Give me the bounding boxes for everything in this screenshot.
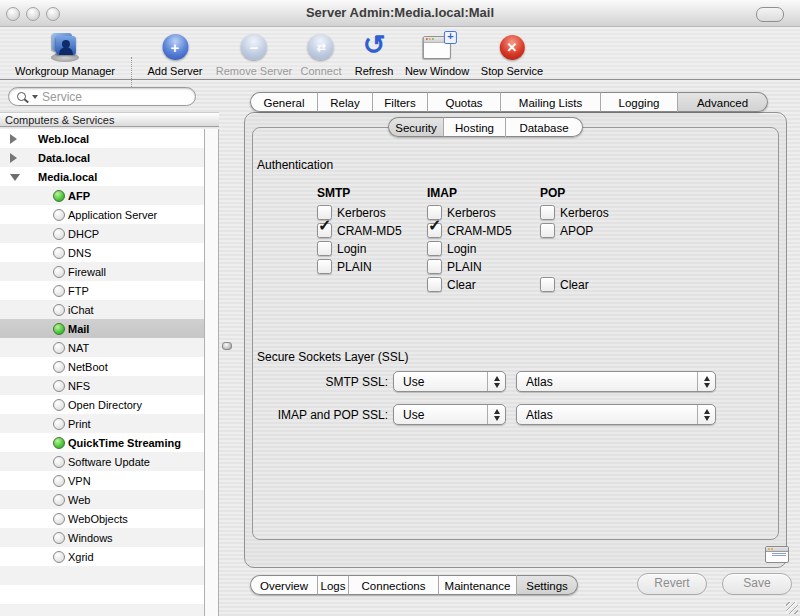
checkbox-unchecked-icon[interactable] bbox=[427, 259, 442, 274]
tab-relay[interactable]: Relay bbox=[317, 92, 372, 112]
service-row-application-server[interactable]: Application Server bbox=[0, 205, 204, 224]
ssl-certificate-popup-1[interactable]: Atlas bbox=[516, 404, 716, 425]
segment-overview[interactable]: Overview bbox=[250, 575, 317, 595]
checkbox-label: Login bbox=[337, 242, 366, 256]
checkbox-pop-apop[interactable]: APOP bbox=[540, 223, 593, 238]
segment-settings[interactable]: Settings bbox=[516, 575, 578, 595]
tab-logging[interactable]: Logging bbox=[600, 92, 677, 112]
toolbar-label: Connect bbox=[301, 65, 342, 77]
tab-mailing-lists[interactable]: Mailing Lists bbox=[500, 92, 600, 112]
service-row-vpn[interactable]: VPN bbox=[0, 471, 204, 490]
segment-connections[interactable]: Connections bbox=[348, 575, 438, 595]
save-button[interactable]: Save bbox=[722, 573, 792, 595]
service-row-firewall[interactable]: Firewall bbox=[0, 262, 204, 281]
checkbox-imap-plain[interactable]: PLAIN bbox=[427, 259, 482, 274]
status-running-icon bbox=[53, 323, 65, 335]
checkbox-unchecked-icon[interactable] bbox=[540, 205, 555, 220]
service-row-xgrid[interactable]: Xgrid bbox=[0, 547, 204, 566]
service-row-windows[interactable]: Windows bbox=[0, 528, 204, 547]
toolbar-stop-service[interactable]: ✕Stop Service bbox=[481, 30, 543, 77]
service-label: VPN bbox=[68, 475, 91, 487]
segment-maintenance[interactable]: Maintenance bbox=[438, 575, 516, 595]
checkbox-imap-clear[interactable]: Clear bbox=[427, 277, 476, 292]
disclosure-right-icon[interactable] bbox=[10, 134, 17, 144]
checkbox-checked-icon[interactable]: ✓ bbox=[427, 223, 442, 238]
checkbox-checked-icon[interactable]: ✓ bbox=[317, 223, 332, 238]
service-row-quicktime-streaming[interactable]: QuickTime Streaming bbox=[0, 433, 204, 452]
tab-filters[interactable]: Filters bbox=[372, 92, 427, 112]
revert-button[interactable]: Revert bbox=[637, 573, 707, 595]
segment-logs[interactable]: Logs bbox=[317, 575, 348, 595]
sidebar-scrollbar[interactable] bbox=[204, 129, 219, 616]
toolbar-new-window[interactable]: +New Window bbox=[405, 30, 469, 77]
service-label: Web.local bbox=[38, 133, 89, 145]
toolbar-refresh[interactable]: ↺Refresh bbox=[355, 30, 394, 77]
info-drawer-icon[interactable] bbox=[765, 546, 789, 563]
toolbar-toggle-pill[interactable] bbox=[756, 7, 784, 22]
empty-row bbox=[0, 585, 204, 604]
service-label: DHCP bbox=[68, 228, 99, 240]
toolbar-add-server[interactable]: +Add Server bbox=[147, 30, 202, 77]
connect-icon: ⇄ bbox=[308, 30, 334, 64]
checkbox-unchecked-icon[interactable] bbox=[427, 241, 442, 256]
refresh-icon: ↺ bbox=[363, 30, 386, 64]
checkbox-unchecked-icon[interactable] bbox=[317, 259, 332, 274]
status-stopped-icon bbox=[53, 228, 65, 240]
status-stopped-icon bbox=[53, 399, 65, 411]
search-placeholder: Service bbox=[42, 90, 82, 104]
service-row-afp[interactable]: AFP bbox=[0, 186, 204, 205]
disclosure-right-icon[interactable] bbox=[10, 153, 17, 163]
checkbox-smtp-plain[interactable]: PLAIN bbox=[317, 259, 372, 274]
ssl-mode-popup-1[interactable]: Use bbox=[393, 404, 506, 425]
popup-arrows-icon bbox=[697, 372, 715, 391]
service-row-webobjects[interactable]: WebObjects bbox=[0, 509, 204, 528]
service-row-dhcp[interactable]: DHCP bbox=[0, 224, 204, 243]
ssl-certificate-popup-0[interactable]: Atlas bbox=[516, 371, 716, 392]
disclosure-down-icon[interactable] bbox=[10, 174, 20, 181]
tab-advanced[interactable]: Advanced bbox=[677, 92, 768, 112]
checkbox-unchecked-icon[interactable] bbox=[317, 241, 332, 256]
service-row-web-local[interactable]: Web.local bbox=[0, 129, 204, 148]
subtab-database[interactable]: Database bbox=[505, 117, 583, 137]
service-row-open-directory[interactable]: Open Directory bbox=[0, 395, 204, 414]
checkbox-unchecked-icon[interactable] bbox=[427, 277, 442, 292]
status-stopped-icon bbox=[53, 418, 65, 430]
checkbox-pop-kerberos[interactable]: Kerberos bbox=[540, 205, 609, 220]
service-row-data-local[interactable]: Data.local bbox=[0, 148, 204, 167]
checkbox-smtp-login[interactable]: Login bbox=[317, 241, 366, 256]
service-row-netboot[interactable]: NetBoot bbox=[0, 357, 204, 376]
search-input[interactable]: Service bbox=[8, 87, 196, 106]
service-row-media-local[interactable]: Media.local bbox=[0, 167, 204, 186]
resize-grip[interactable] bbox=[786, 602, 798, 614]
checkbox-imap-cram-md5[interactable]: ✓CRAM-MD5 bbox=[427, 223, 512, 238]
checkbox-label: Login bbox=[447, 242, 476, 256]
checkbox-label: Kerberos bbox=[560, 206, 609, 220]
checkbox-smtp-cram-md5[interactable]: ✓CRAM-MD5 bbox=[317, 223, 402, 238]
checkbox-imap-login[interactable]: Login bbox=[427, 241, 476, 256]
service-row-nat[interactable]: NAT bbox=[0, 338, 204, 357]
subtab-security[interactable]: Security bbox=[388, 117, 443, 137]
popup-arrows-icon bbox=[487, 372, 505, 391]
service-row-print[interactable]: Print bbox=[0, 414, 204, 433]
service-row-nfs[interactable]: NFS bbox=[0, 376, 204, 395]
tab-general[interactable]: General bbox=[250, 92, 317, 112]
toolbar: Workgroup Manager+Add Server−Remove Serv… bbox=[0, 27, 800, 80]
service-row-ichat[interactable]: iChat bbox=[0, 300, 204, 319]
checkbox-pop-clear[interactable]: Clear bbox=[540, 277, 589, 292]
service-row-web[interactable]: Web bbox=[0, 490, 204, 509]
tab-quotas[interactable]: Quotas bbox=[427, 92, 500, 112]
popup-value: Atlas bbox=[517, 375, 697, 389]
service-row-ftp[interactable]: FTP bbox=[0, 281, 204, 300]
checkbox-unchecked-icon[interactable] bbox=[540, 277, 555, 292]
search-menu-caret-icon[interactable] bbox=[32, 95, 38, 99]
status-stopped-icon bbox=[53, 532, 65, 544]
pane-splitter[interactable] bbox=[219, 80, 233, 616]
splitter-dimple-icon bbox=[222, 342, 232, 350]
checkbox-unchecked-icon[interactable] bbox=[540, 223, 555, 238]
ssl-mode-popup-0[interactable]: Use bbox=[393, 371, 506, 392]
service-row-software-update[interactable]: Software Update bbox=[0, 452, 204, 471]
subtab-hosting[interactable]: Hosting bbox=[443, 117, 505, 137]
toolbar-workgroup-manager[interactable]: Workgroup Manager bbox=[15, 30, 115, 77]
service-row-mail[interactable]: Mail bbox=[0, 319, 204, 338]
service-row-dns[interactable]: DNS bbox=[0, 243, 204, 262]
